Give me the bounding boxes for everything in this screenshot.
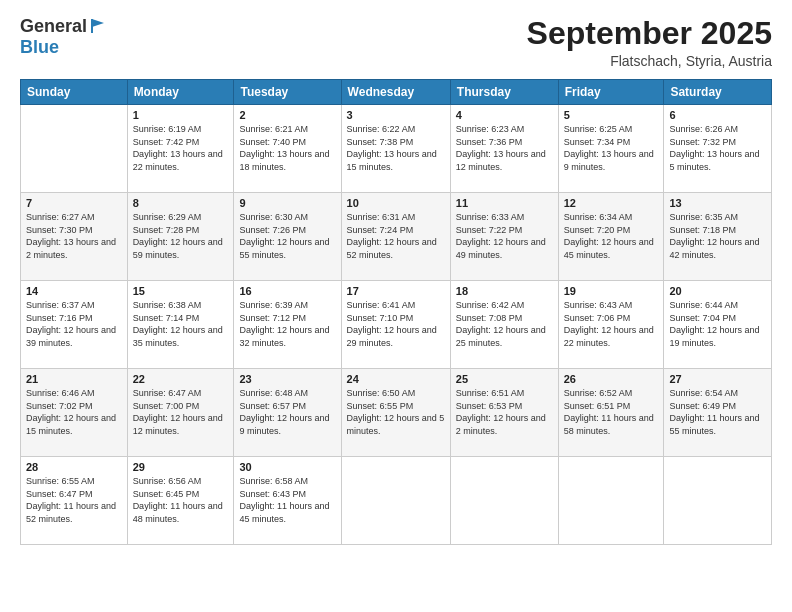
day-info: Sunrise: 6:38 AMSunset: 7:14 PMDaylight:… [133,299,229,349]
sunrise-text: Sunrise: 6:25 AM [564,123,659,136]
sunset-text: Sunset: 6:53 PM [456,400,553,413]
day-info: Sunrise: 6:43 AMSunset: 7:06 PMDaylight:… [564,299,659,349]
table-row: 6Sunrise: 6:26 AMSunset: 7:32 PMDaylight… [664,105,772,193]
table-row: 15Sunrise: 6:38 AMSunset: 7:14 PMDayligh… [127,281,234,369]
day-number: 22 [133,373,229,385]
daylight-text: Daylight: 13 hours and 15 minutes. [347,148,445,173]
day-info: Sunrise: 6:56 AMSunset: 6:45 PMDaylight:… [133,475,229,525]
day-number: 30 [239,461,335,473]
sunset-text: Sunset: 6:57 PM [239,400,335,413]
table-row: 11Sunrise: 6:33 AMSunset: 7:22 PMDayligh… [450,193,558,281]
table-row: 23Sunrise: 6:48 AMSunset: 6:57 PMDayligh… [234,369,341,457]
day-info: Sunrise: 6:27 AMSunset: 7:30 PMDaylight:… [26,211,122,261]
day-number: 4 [456,109,553,121]
sunset-text: Sunset: 7:36 PM [456,136,553,149]
day-number: 7 [26,197,122,209]
svg-rect-1 [91,19,93,33]
sunset-text: Sunset: 7:42 PM [133,136,229,149]
calendar-week-row: 28Sunrise: 6:55 AMSunset: 6:47 PMDayligh… [21,457,772,545]
daylight-text: Daylight: 11 hours and 45 minutes. [239,500,335,525]
sunset-text: Sunset: 7:16 PM [26,312,122,325]
sunrise-text: Sunrise: 6:39 AM [239,299,335,312]
sunrise-text: Sunrise: 6:21 AM [239,123,335,136]
sunrise-text: Sunrise: 6:34 AM [564,211,659,224]
table-row: 20Sunrise: 6:44 AMSunset: 7:04 PMDayligh… [664,281,772,369]
table-row [664,457,772,545]
daylight-text: Daylight: 12 hours and 2 minutes. [456,412,553,437]
sunset-text: Sunset: 6:43 PM [239,488,335,501]
day-info: Sunrise: 6:22 AMSunset: 7:38 PMDaylight:… [347,123,445,173]
day-info: Sunrise: 6:23 AMSunset: 7:36 PMDaylight:… [456,123,553,173]
day-info: Sunrise: 6:44 AMSunset: 7:04 PMDaylight:… [669,299,766,349]
day-info: Sunrise: 6:31 AMSunset: 7:24 PMDaylight:… [347,211,445,261]
table-row: 28Sunrise: 6:55 AMSunset: 6:47 PMDayligh… [21,457,128,545]
day-number: 13 [669,197,766,209]
table-row: 2Sunrise: 6:21 AMSunset: 7:40 PMDaylight… [234,105,341,193]
table-row: 30Sunrise: 6:58 AMSunset: 6:43 PMDayligh… [234,457,341,545]
daylight-text: Daylight: 12 hours and 9 minutes. [239,412,335,437]
table-row: 16Sunrise: 6:39 AMSunset: 7:12 PMDayligh… [234,281,341,369]
sunrise-text: Sunrise: 6:27 AM [26,211,122,224]
sunset-text: Sunset: 7:38 PM [347,136,445,149]
daylight-text: Daylight: 12 hours and 42 minutes. [669,236,766,261]
daylight-text: Daylight: 12 hours and 59 minutes. [133,236,229,261]
daylight-text: Daylight: 12 hours and 55 minutes. [239,236,335,261]
daylight-text: Daylight: 11 hours and 48 minutes. [133,500,229,525]
day-info: Sunrise: 6:34 AMSunset: 7:20 PMDaylight:… [564,211,659,261]
table-row: 17Sunrise: 6:41 AMSunset: 7:10 PMDayligh… [341,281,450,369]
table-row: 4Sunrise: 6:23 AMSunset: 7:36 PMDaylight… [450,105,558,193]
sunrise-text: Sunrise: 6:38 AM [133,299,229,312]
sunrise-text: Sunrise: 6:23 AM [456,123,553,136]
page: General Blue September 2025 Flatschach, … [0,0,792,612]
table-row [450,457,558,545]
day-number: 1 [133,109,229,121]
table-row: 5Sunrise: 6:25 AMSunset: 7:34 PMDaylight… [558,105,664,193]
day-info: Sunrise: 6:55 AMSunset: 6:47 PMDaylight:… [26,475,122,525]
calendar-week-row: 14Sunrise: 6:37 AMSunset: 7:16 PMDayligh… [21,281,772,369]
logo-general-text: General [20,16,87,37]
table-row: 10Sunrise: 6:31 AMSunset: 7:24 PMDayligh… [341,193,450,281]
sunset-text: Sunset: 6:49 PM [669,400,766,413]
day-info: Sunrise: 6:47 AMSunset: 7:00 PMDaylight:… [133,387,229,437]
table-row: 8Sunrise: 6:29 AMSunset: 7:28 PMDaylight… [127,193,234,281]
day-number: 25 [456,373,553,385]
day-number: 12 [564,197,659,209]
day-number: 15 [133,285,229,297]
title-block: September 2025 Flatschach, Styria, Austr… [527,16,772,69]
sunset-text: Sunset: 7:30 PM [26,224,122,237]
table-row: 13Sunrise: 6:35 AMSunset: 7:18 PMDayligh… [664,193,772,281]
day-number: 23 [239,373,335,385]
daylight-text: Daylight: 13 hours and 18 minutes. [239,148,335,173]
sunset-text: Sunset: 7:00 PM [133,400,229,413]
sunset-text: Sunset: 7:02 PM [26,400,122,413]
sunrise-text: Sunrise: 6:43 AM [564,299,659,312]
calendar-week-row: 1Sunrise: 6:19 AMSunset: 7:42 PMDaylight… [21,105,772,193]
sunset-text: Sunset: 6:45 PM [133,488,229,501]
table-row: 12Sunrise: 6:34 AMSunset: 7:20 PMDayligh… [558,193,664,281]
table-row: 7Sunrise: 6:27 AMSunset: 7:30 PMDaylight… [21,193,128,281]
day-info: Sunrise: 6:52 AMSunset: 6:51 PMDaylight:… [564,387,659,437]
sunrise-text: Sunrise: 6:30 AM [239,211,335,224]
sunset-text: Sunset: 7:22 PM [456,224,553,237]
sunset-text: Sunset: 7:18 PM [669,224,766,237]
table-row [21,105,128,193]
col-monday: Monday [127,80,234,105]
daylight-text: Daylight: 11 hours and 58 minutes. [564,412,659,437]
day-info: Sunrise: 6:58 AMSunset: 6:43 PMDaylight:… [239,475,335,525]
day-number: 27 [669,373,766,385]
table-row: 29Sunrise: 6:56 AMSunset: 6:45 PMDayligh… [127,457,234,545]
daylight-text: Daylight: 12 hours and 52 minutes. [347,236,445,261]
daylight-text: Daylight: 13 hours and 22 minutes. [133,148,229,173]
col-saturday: Saturday [664,80,772,105]
daylight-text: Daylight: 13 hours and 9 minutes. [564,148,659,173]
day-number: 29 [133,461,229,473]
day-info: Sunrise: 6:19 AMSunset: 7:42 PMDaylight:… [133,123,229,173]
daylight-text: Daylight: 13 hours and 12 minutes. [456,148,553,173]
calendar-week-row: 7Sunrise: 6:27 AMSunset: 7:30 PMDaylight… [21,193,772,281]
day-info: Sunrise: 6:41 AMSunset: 7:10 PMDaylight:… [347,299,445,349]
day-info: Sunrise: 6:48 AMSunset: 6:57 PMDaylight:… [239,387,335,437]
svg-marker-0 [92,19,104,27]
sunrise-text: Sunrise: 6:47 AM [133,387,229,400]
day-number: 24 [347,373,445,385]
day-number: 28 [26,461,122,473]
